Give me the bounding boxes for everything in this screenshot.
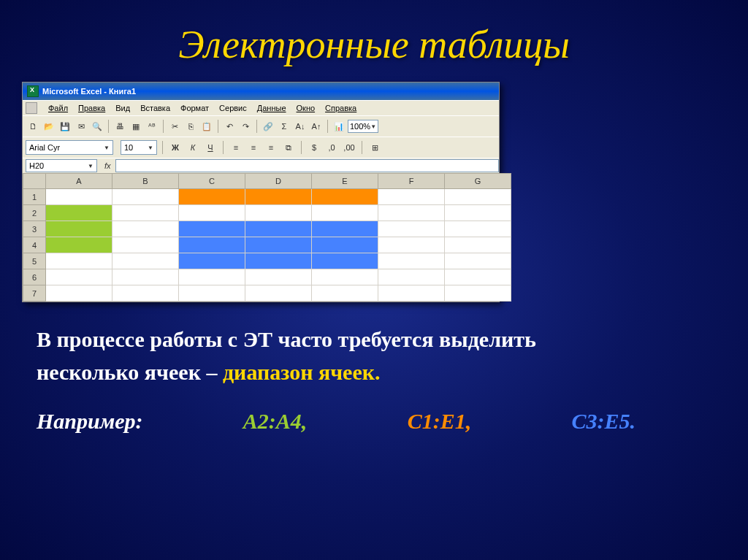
- cell[interactable]: [179, 285, 245, 302]
- cell[interactable]: [445, 237, 511, 253]
- cell[interactable]: [112, 269, 179, 285]
- cell[interactable]: [445, 269, 511, 285]
- spellcheck-icon[interactable]: ᴬᴮ: [145, 119, 159, 134]
- italic-button[interactable]: К: [186, 140, 200, 155]
- cell[interactable]: [378, 269, 445, 285]
- chart-icon[interactable]: 📊: [332, 119, 346, 134]
- menu-tools[interactable]: Сервис: [214, 102, 252, 114]
- formula-bar[interactable]: [115, 159, 499, 172]
- align-right-icon[interactable]: ≡: [264, 140, 278, 155]
- cell[interactable]: [179, 189, 245, 205]
- sort-asc-icon[interactable]: A↓: [293, 119, 308, 134]
- col-header-d[interactable]: D: [245, 174, 312, 189]
- increase-decimal-icon[interactable]: ,0: [324, 140, 339, 155]
- cell[interactable]: [46, 253, 112, 269]
- redo-icon[interactable]: ↷: [238, 119, 253, 134]
- sort-desc-icon[interactable]: A↑: [309, 119, 324, 134]
- search-icon[interactable]: 🔍: [90, 119, 104, 134]
- name-box[interactable]: H20▼: [26, 159, 97, 172]
- cell[interactable]: [112, 237, 179, 253]
- col-header-a[interactable]: A: [46, 174, 112, 189]
- cell[interactable]: [445, 285, 511, 302]
- cell[interactable]: [112, 221, 179, 237]
- system-icon[interactable]: [26, 102, 37, 114]
- cell[interactable]: [112, 285, 179, 302]
- zoom-select[interactable]: 100%▼: [348, 120, 378, 133]
- row-header-2[interactable]: 2: [23, 205, 46, 221]
- col-header-c[interactable]: C: [179, 174, 245, 189]
- menu-format[interactable]: Формат: [175, 102, 214, 114]
- cell[interactable]: [312, 237, 378, 253]
- cell[interactable]: [245, 253, 312, 269]
- font-name-select[interactable]: Arial Cyr▼: [26, 140, 113, 155]
- cell[interactable]: [378, 253, 445, 269]
- cell[interactable]: [245, 237, 312, 253]
- cell[interactable]: [46, 189, 112, 205]
- menu-insert[interactable]: Вставка: [135, 102, 175, 114]
- row-header-7[interactable]: 7: [23, 285, 46, 302]
- print-icon[interactable]: 🖶: [112, 119, 127, 134]
- cell[interactable]: [46, 205, 112, 221]
- row-header-4[interactable]: 4: [23, 237, 46, 253]
- align-center-icon[interactable]: ≡: [246, 140, 261, 155]
- mail-icon[interactable]: ✉: [74, 119, 88, 134]
- new-icon[interactable]: 🗋: [26, 119, 40, 134]
- cell[interactable]: [112, 205, 179, 221]
- fx-icon[interactable]: fx: [100, 161, 115, 170]
- cell[interactable]: [179, 269, 245, 285]
- decrease-decimal-icon[interactable]: ,00: [342, 140, 356, 155]
- menu-data[interactable]: Данные: [252, 102, 291, 114]
- col-header-b[interactable]: B: [112, 174, 179, 189]
- link-icon[interactable]: 🔗: [261, 119, 275, 134]
- cell[interactable]: [179, 237, 245, 253]
- cell[interactable]: [445, 189, 511, 205]
- cell[interactable]: [112, 189, 179, 205]
- cell[interactable]: [245, 205, 312, 221]
- preview-icon[interactable]: ▦: [129, 119, 143, 134]
- menu-view[interactable]: Вид: [110, 102, 135, 114]
- cut-icon[interactable]: ✂: [167, 119, 182, 134]
- autosum-icon[interactable]: Σ: [277, 119, 291, 134]
- row-header-1[interactable]: 1: [23, 189, 46, 205]
- cell[interactable]: [378, 205, 445, 221]
- cell[interactable]: [179, 221, 245, 237]
- col-header-e[interactable]: E: [312, 174, 378, 189]
- cell[interactable]: [245, 285, 312, 302]
- cell[interactable]: [445, 221, 511, 237]
- cell[interactable]: [312, 221, 378, 237]
- save-icon[interactable]: 💾: [58, 119, 72, 134]
- font-size-select[interactable]: 10▼: [121, 140, 157, 155]
- col-header-f[interactable]: F: [378, 174, 445, 189]
- cell[interactable]: [445, 253, 511, 269]
- cell[interactable]: [112, 253, 179, 269]
- merge-center-icon[interactable]: ⧉: [281, 140, 296, 155]
- cell[interactable]: [46, 269, 112, 285]
- cell[interactable]: [378, 189, 445, 205]
- cell[interactable]: [378, 221, 445, 237]
- cell[interactable]: [245, 269, 312, 285]
- cell[interactable]: [312, 205, 378, 221]
- align-left-icon[interactable]: ≡: [229, 140, 243, 155]
- cell[interactable]: [179, 205, 245, 221]
- borders-icon[interactable]: ⊞: [367, 140, 382, 155]
- cell[interactable]: [46, 221, 112, 237]
- select-all-corner[interactable]: [23, 174, 46, 189]
- cell[interactable]: [46, 285, 112, 302]
- menu-edit[interactable]: Правка: [73, 102, 110, 114]
- cell[interactable]: [179, 253, 245, 269]
- cell[interactable]: [312, 253, 378, 269]
- undo-icon[interactable]: ↶: [222, 119, 237, 134]
- paste-icon[interactable]: 📋: [199, 119, 214, 134]
- bold-button[interactable]: Ж: [168, 140, 183, 155]
- underline-button[interactable]: Ч: [203, 140, 218, 155]
- cell[interactable]: [378, 237, 445, 253]
- open-icon[interactable]: 📂: [42, 119, 56, 134]
- menu-file[interactable]: Файл: [43, 102, 73, 114]
- copy-icon[interactable]: ⎘: [183, 119, 198, 134]
- row-header-3[interactable]: 3: [23, 221, 46, 237]
- cell[interactable]: [312, 269, 378, 285]
- cell[interactable]: [312, 189, 378, 205]
- cell[interactable]: [312, 285, 378, 302]
- menu-help[interactable]: Справка: [320, 102, 362, 114]
- menu-window[interactable]: Окно: [291, 102, 321, 114]
